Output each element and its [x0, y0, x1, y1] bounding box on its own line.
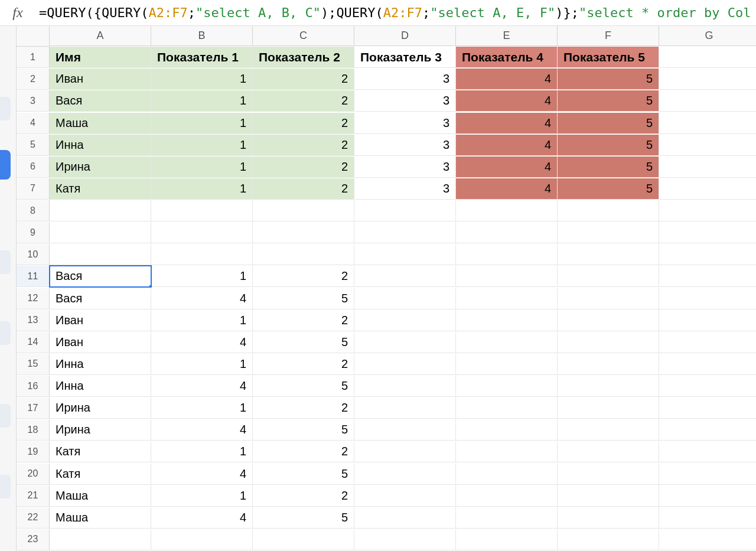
cell-F2[interactable]: 5 [558, 69, 659, 90]
cell-C7[interactable]: 2 [253, 178, 354, 200]
cell-E15[interactable] [456, 354, 558, 375]
cell-A1[interactable]: Имя [50, 47, 151, 68]
cell-A10[interactable] [50, 244, 151, 265]
cell-G19[interactable] [659, 441, 756, 462]
cell-C14[interactable]: 5 [253, 332, 354, 353]
cell-D3[interactable]: 3 [354, 90, 456, 112]
row-header-18[interactable]: 18 [17, 419, 50, 441]
cell-D6[interactable]: 3 [354, 157, 456, 178]
cell-D14[interactable] [354, 332, 456, 353]
cell-E20[interactable] [456, 464, 558, 485]
cell-C4[interactable]: 2 [253, 113, 354, 134]
cell-E17[interactable] [456, 397, 558, 419]
cell-B22[interactable]: 4 [151, 507, 253, 529]
cell-B16[interactable]: 4 [151, 376, 253, 397]
cell-B10[interactable] [151, 244, 253, 265]
cell-G20[interactable] [659, 464, 756, 485]
cell-F12[interactable] [558, 288, 659, 309]
row-header-7[interactable]: 7 [17, 178, 50, 200]
cell-A4[interactable]: Маша [50, 113, 151, 134]
cell-C17[interactable]: 2 [253, 397, 354, 419]
cell-B23[interactable] [151, 529, 253, 550]
cell-A3[interactable]: Вася [50, 90, 151, 112]
cell-E13[interactable] [456, 310, 558, 331]
cell-D1[interactable]: Показатель 3 [354, 47, 456, 68]
cell-D5[interactable]: 3 [354, 135, 456, 156]
cell-D8[interactable] [354, 200, 456, 221]
row-header-13[interactable]: 13 [17, 310, 50, 331]
cell-D9[interactable] [354, 222, 456, 243]
cell-E7[interactable]: 4 [456, 178, 558, 200]
cell-F15[interactable] [558, 354, 659, 375]
cell-E11[interactable] [456, 266, 558, 287]
cell-E16[interactable] [456, 376, 558, 397]
cell-A18[interactable]: Ирина [50, 419, 151, 441]
cell-C12[interactable]: 5 [253, 288, 354, 309]
row-header-23[interactable]: 23 [17, 529, 50, 550]
cell-B18[interactable]: 4 [151, 419, 253, 441]
cell-F21[interactable] [558, 485, 659, 507]
cell-A12[interactable]: Вася [50, 288, 151, 309]
cell-F4[interactable]: 5 [558, 113, 659, 134]
cell-E6[interactable]: 4 [456, 157, 558, 178]
row-header-16[interactable]: 16 [17, 376, 50, 397]
cell-A9[interactable] [50, 222, 151, 243]
cell-F17[interactable] [558, 397, 659, 419]
cell-B1[interactable]: Показатель 1 [151, 47, 253, 68]
cell-E4[interactable]: 4 [456, 113, 558, 134]
cell-E22[interactable] [456, 507, 558, 529]
cell-F10[interactable] [558, 244, 659, 265]
row-header-10[interactable]: 10 [17, 244, 50, 265]
formula-input[interactable]: =QUERY({QUERY(A2:F7;"select A, B, C");QU… [35, 3, 751, 22]
cell-B3[interactable]: 1 [151, 90, 253, 112]
cell-A20[interactable]: Катя [50, 464, 151, 485]
cell-C13[interactable]: 2 [253, 310, 354, 331]
cell-B21[interactable]: 1 [151, 485, 253, 507]
cell-A15[interactable]: Инна [50, 354, 151, 375]
cell-D21[interactable] [354, 485, 456, 507]
row-header-14[interactable]: 14 [17, 332, 50, 353]
row-header-6[interactable]: 6 [17, 157, 50, 178]
cell-A22[interactable]: Маша [50, 507, 151, 529]
cell-F6[interactable]: 5 [558, 157, 659, 178]
cell-B19[interactable]: 1 [151, 441, 253, 462]
cell-F16[interactable] [558, 376, 659, 397]
cell-B17[interactable]: 1 [151, 397, 253, 419]
cell-F23[interactable] [558, 529, 659, 550]
row-header-5[interactable]: 5 [17, 135, 50, 156]
column-header-F[interactable]: F [558, 26, 659, 46]
cell-G1[interactable] [659, 47, 756, 68]
cell-B11[interactable]: 1 [151, 266, 253, 287]
cell-G2[interactable] [659, 69, 756, 90]
cell-D18[interactable] [354, 419, 456, 441]
cell-C9[interactable] [253, 222, 354, 243]
row-header-2[interactable]: 2 [17, 69, 50, 90]
cell-G9[interactable] [659, 222, 756, 243]
cell-C18[interactable]: 5 [253, 419, 354, 441]
cell-G11[interactable] [659, 266, 756, 287]
cell-E23[interactable] [456, 529, 558, 550]
cell-C1[interactable]: Показатель 2 [253, 47, 354, 68]
column-header-G[interactable]: G [659, 26, 756, 46]
cell-G5[interactable] [659, 135, 756, 156]
column-header-C[interactable]: C [253, 26, 354, 46]
cell-B15[interactable]: 1 [151, 354, 253, 375]
cell-G13[interactable] [659, 310, 756, 331]
row-header-12[interactable]: 12 [17, 288, 50, 309]
cell-B4[interactable]: 1 [151, 113, 253, 134]
cell-E21[interactable] [456, 485, 558, 507]
cell-F3[interactable]: 5 [558, 90, 659, 112]
cell-B14[interactable]: 4 [151, 332, 253, 353]
row-header-9[interactable]: 9 [17, 222, 50, 243]
cell-A21[interactable]: Маша [50, 485, 151, 507]
cell-E12[interactable] [456, 288, 558, 309]
cell-G7[interactable] [659, 178, 756, 200]
cell-E2[interactable]: 4 [456, 69, 558, 90]
row-header-20[interactable]: 20 [17, 464, 50, 485]
cell-D15[interactable] [354, 354, 456, 375]
cell-G16[interactable] [659, 376, 756, 397]
cell-D4[interactable]: 3 [354, 113, 456, 134]
row-header-4[interactable]: 4 [17, 113, 50, 134]
cell-C21[interactable]: 2 [253, 485, 354, 507]
cell-C10[interactable] [253, 244, 354, 265]
